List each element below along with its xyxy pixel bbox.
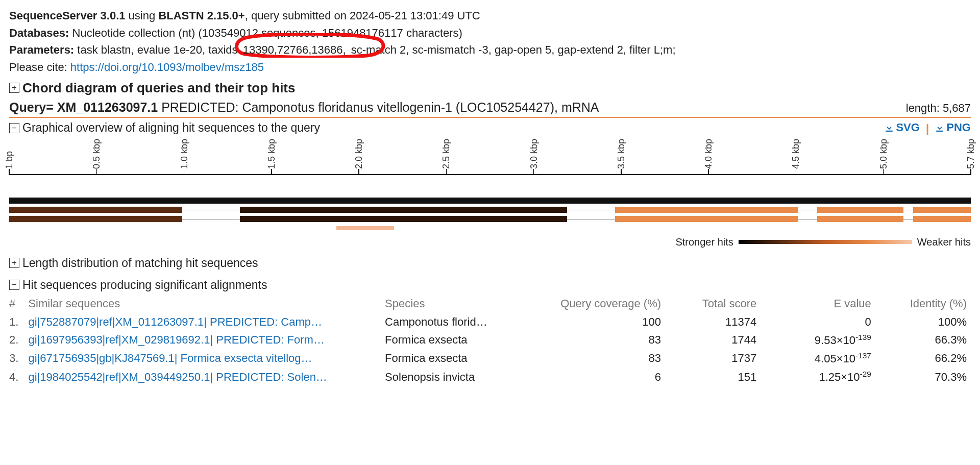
row-score: 1737 — [665, 349, 761, 368]
blast-version: BLASTN 2.15.0+ — [158, 9, 244, 22]
ruler-tick — [970, 169, 971, 175]
row-coverage: 83 — [525, 331, 665, 349]
col-evalue: E value — [761, 294, 875, 313]
row-index: 4. — [9, 368, 28, 386]
ruler-tick-label: 4.0 kbp — [703, 139, 714, 169]
table-row: 2.gi|1697956393|ref|XM_029819692.1| PRED… — [9, 331, 971, 349]
ruler-tick-label: 5.0 kbp — [878, 139, 889, 169]
ruler-tick — [358, 169, 359, 175]
ruler-tick-label: 5.7 kbp — [966, 139, 976, 169]
parameters-highlight: 13390,72766,13686, — [241, 43, 348, 56]
table-row: 4.gi|1984025542|ref|XM_039449250.1| PRED… — [9, 368, 971, 386]
ruler-tick — [96, 169, 97, 175]
row-score: 151 — [665, 368, 761, 386]
legend-weak-label: Weaker hits — [917, 236, 971, 248]
track-row — [9, 198, 971, 205]
plus-icon[interactable]: + — [9, 258, 19, 268]
row-identity: 66.2% — [875, 349, 971, 368]
hit-link[interactable]: gi|752887079|ref|XM_011263097.1| PREDICT… — [28, 315, 322, 328]
row-coverage: 6 — [525, 368, 665, 386]
track-row — [9, 207, 971, 214]
parameters-line: Parameters: task blastn, evalue 1e-20, t… — [9, 42, 971, 58]
parameters-pre: task blastn, evalue 1e-20, taxids — [77, 43, 237, 56]
ruler-tick-label: 3.5 kbp — [616, 139, 626, 169]
row-species: Formica exsecta — [385, 349, 525, 368]
ruler-tick-label: 1 bp — [4, 151, 15, 169]
download-icon — [885, 123, 894, 132]
separator: | — [923, 122, 932, 135]
minus-icon[interactable]: − — [9, 123, 19, 133]
row-seq: gi|1697956393|ref|XM_029819692.1| PREDIC… — [28, 331, 385, 349]
row-evalue: 9.53×10-139 — [761, 331, 875, 349]
plus-icon[interactable]: + — [9, 83, 19, 93]
query-length: length: 5,687 — [906, 102, 971, 115]
graphical-overview-header[interactable]: − Graphical overview of aligning hit seq… — [9, 121, 320, 135]
row-identity: 100% — [875, 313, 971, 331]
ruler-tick — [271, 169, 272, 175]
query-header-row: Query= XM_011263097.1 PREDICTED: Campono… — [9, 100, 971, 118]
length-dist-header[interactable]: + Length distribution of matching hit se… — [9, 256, 971, 270]
row-evalue: 4.05×10-137 — [761, 349, 875, 368]
row-species: Formica exsecta — [385, 331, 525, 349]
row-index: 1. — [9, 313, 28, 331]
databases-line: Databases: Nucleotide collection (nt) (1… — [9, 26, 971, 41]
row-coverage: 100 — [525, 313, 665, 331]
ruler-tick-label: 2.5 kbp — [441, 139, 452, 169]
sequence-ruler: 1 bp0.5 kbp1.0 kbp1.5 kbp2.0 kbp2.5 kbp3… — [9, 138, 971, 187]
row-identity: 66.3% — [875, 331, 971, 349]
row-evalue: 0 — [761, 313, 875, 331]
parameters-post: sc-match 2, sc-mismatch -3, gap-open 5, … — [351, 43, 676, 56]
databases-label: Databases: — [9, 27, 69, 39]
hit-link[interactable]: gi|1697956393|ref|XM_029819692.1| PREDIC… — [28, 333, 325, 346]
row-identity: 70.3% — [875, 368, 971, 386]
row-coverage: 83 — [525, 349, 665, 368]
chord-section-header[interactable]: + Chord diagram of queries and their top… — [9, 80, 971, 96]
hit-strength-legend: Stronger hits Weaker hits — [9, 236, 971, 248]
legend-strong-label: Stronger hits — [675, 236, 733, 248]
row-species: Camponotus florid… — [385, 313, 525, 331]
ruler-baseline — [9, 174, 971, 175]
ruler-tick — [9, 169, 10, 175]
table-row: 3.gi|671756935|gb|KJ847569.1| Formica ex… — [9, 349, 971, 368]
ruler-tick — [621, 169, 622, 175]
track-row — [9, 225, 971, 232]
ruler-tick — [883, 169, 884, 175]
ruler-tick-label: 0.5 kbp — [91, 139, 102, 169]
row-index: 3. — [9, 349, 28, 368]
ruler-tick — [708, 169, 709, 175]
row-score: 1744 — [665, 331, 761, 349]
track-row — [9, 216, 971, 223]
download-links: SVG | PNG — [885, 121, 971, 135]
hits-table: # Similar sequences Species Query covera… — [9, 294, 971, 386]
row-seq: gi|752887079|ref|XM_011263097.1| PREDICT… — [28, 313, 385, 331]
ruler-tick-label: 1.5 kbp — [266, 139, 277, 169]
minus-icon[interactable]: − — [9, 280, 19, 290]
hits-section-header[interactable]: − Hit sequences producing significant al… — [9, 278, 971, 292]
ruler-tick-label: 2.0 kbp — [354, 139, 364, 169]
row-seq: gi|671756935|gb|KJ847569.1| Formica exse… — [28, 349, 385, 368]
doi-link[interactable]: https://doi.org/10.1093/molbev/msz185 — [70, 61, 264, 74]
col-identity: Identity (%) — [875, 294, 971, 313]
alignment-tracks — [9, 198, 971, 232]
table-header-row: # Similar sequences Species Query covera… — [9, 294, 971, 313]
parameters-label: Parameters: — [9, 43, 74, 56]
download-png-link[interactable]: PNG — [935, 121, 971, 134]
ruler-tick — [796, 169, 797, 175]
ruler-tick-label: 4.5 kbp — [791, 139, 801, 169]
row-score: 11374 — [665, 313, 761, 331]
download-svg-link[interactable]: SVG — [885, 121, 919, 134]
cite-label: Please cite: — [9, 61, 67, 74]
ruler-tick-label: 3.0 kbp — [528, 139, 539, 169]
row-species: Solenopsis invicta — [385, 368, 525, 386]
databases-value: Nucleotide collection (nt) (103549012 se… — [72, 27, 462, 39]
col-score: Total score — [665, 294, 761, 313]
download-icon — [935, 123, 944, 132]
col-species: Species — [385, 294, 525, 313]
ruler-tick-label: 1.0 kbp — [179, 139, 189, 169]
ruler-tick — [184, 169, 185, 175]
row-seq: gi|1984025542|ref|XM_039449250.1| PREDIC… — [28, 368, 385, 386]
hit-link[interactable]: gi|671756935|gb|KJ847569.1| Formica exse… — [28, 352, 312, 364]
row-index: 2. — [9, 331, 28, 349]
hit-link[interactable]: gi|1984025542|ref|XM_039449250.1| PREDIC… — [28, 371, 327, 383]
ruler-tick — [533, 169, 534, 175]
